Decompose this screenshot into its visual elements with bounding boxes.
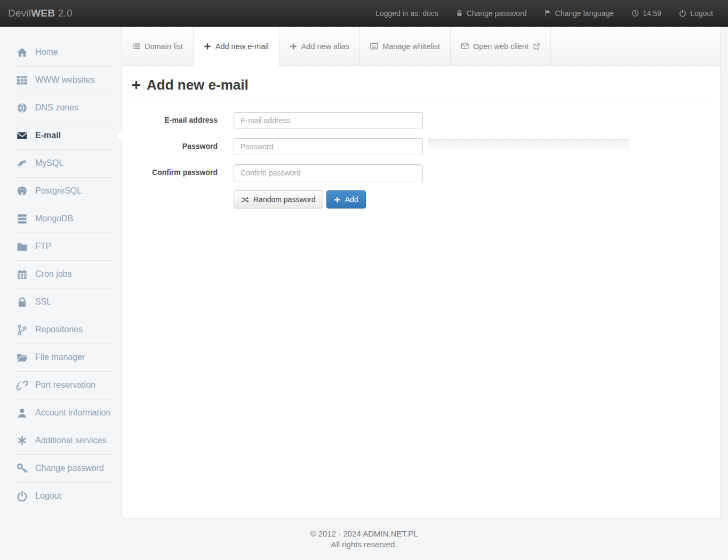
- sidebar-item-postgresql[interactable]: PostgreSQL: [0, 177, 122, 205]
- tab-manage-whitelist[interactable]: Manage whitelist: [360, 27, 451, 66]
- tab-label: Add new alias: [301, 42, 349, 51]
- tab-add-new-alias[interactable]: Add new alias: [279, 27, 360, 66]
- broken-link-icon: [16, 379, 28, 391]
- sidebar-item-label: MongoDB: [35, 214, 73, 223]
- email-label: E-mail address: [131, 112, 234, 124]
- sidebar-item-label: Change password: [35, 463, 104, 473]
- sidebar-item-home[interactable]: Home: [0, 38, 122, 66]
- external-link-icon: [533, 43, 540, 50]
- sidebar-item-email[interactable]: E-mail: [0, 122, 122, 149]
- lock-icon: [456, 10, 463, 17]
- email-row: E-mail address: [131, 112, 711, 129]
- brand-suffix: 2.0: [55, 7, 73, 19]
- sidebar-item-label: Home: [35, 47, 58, 57]
- password-label: Password: [131, 138, 234, 150]
- sidebar-item-label: FTP: [35, 242, 51, 251]
- database-icon: [16, 213, 28, 225]
- sidebar-item-label: Account information: [35, 408, 110, 418]
- sidebar-item-mongodb[interactable]: MongoDB: [0, 205, 122, 233]
- password-strength-bar: [428, 139, 629, 148]
- calendar-icon: [16, 268, 28, 280]
- page: DevilWEB 2.0 Logged in as: docs Change p…: [0, 0, 728, 560]
- brand-logo[interactable]: DevilWEB 2.0: [8, 7, 73, 19]
- add-email-form: E-mail address Password Confirm password: [131, 112, 711, 209]
- add-button[interactable]: Add: [326, 190, 366, 209]
- list-alt-icon: [370, 42, 378, 50]
- plus-icon: [334, 196, 341, 203]
- password-row: Password: [131, 138, 711, 155]
- sidebar: Home WWW websites DNS zones E-mail MySQL: [0, 27, 122, 510]
- content-panel: Domain list Add new e-mail Add new alias…: [122, 27, 721, 518]
- mysql-icon: [16, 157, 28, 169]
- sidebar-item-repositories[interactable]: Repositories: [0, 316, 122, 343]
- sidebar-item-label: SSL: [35, 297, 51, 307]
- flag-icon: [545, 10, 551, 17]
- sidebar-item-port-reservation[interactable]: Port reservation: [0, 371, 122, 399]
- sidebar-item-label: DNS zones: [35, 103, 78, 113]
- sidebar-item-label: MySQL: [35, 158, 63, 168]
- list-icon: [132, 42, 140, 50]
- tab-label: Add new e-mail: [215, 42, 269, 51]
- sidebar-item-label: PostgreSQL: [35, 186, 82, 196]
- clock-icon: [631, 10, 639, 17]
- sidebar-item-additional-services[interactable]: Additional services: [0, 427, 122, 454]
- sidebar-item-label: Repositories: [35, 325, 83, 334]
- navbar-change-password-label: Change password: [467, 9, 527, 18]
- folder-icon: [16, 241, 28, 252]
- confirm-password-input[interactable]: [234, 164, 423, 181]
- email-input[interactable]: [234, 112, 423, 129]
- brand-bold: WEB: [31, 7, 55, 19]
- footer-copyright: © 2012 - 2024 ADMIN.NET.PL: [0, 529, 728, 539]
- navbar-right: Logged in as: docs Change password Chang…: [375, 9, 713, 18]
- sidebar-item-mysql[interactable]: MySQL: [0, 149, 122, 177]
- lock-icon: [16, 296, 28, 308]
- tab-open-web-client[interactable]: Open web client: [451, 27, 551, 66]
- sidebar-item-www-websites[interactable]: WWW websites: [0, 66, 122, 94]
- grid-icon: [16, 74, 28, 86]
- home-icon: [16, 46, 28, 58]
- sidebar-item-label: Logout: [35, 491, 61, 501]
- sidebar-item-file-manager[interactable]: File manager: [0, 343, 122, 371]
- sidebar-item-logout[interactable]: Logout: [0, 482, 122, 510]
- sidebar-item-ssl[interactable]: SSL: [0, 288, 122, 316]
- tab-label: Manage whitelist: [382, 42, 440, 51]
- sidebar-item-change-password[interactable]: Change password: [0, 454, 122, 482]
- navbar-logout[interactable]: Logout: [679, 9, 713, 18]
- navbar-time: 14:59: [643, 9, 661, 18]
- sidebar-item-account-information[interactable]: Account information: [0, 399, 122, 427]
- user-icon: [16, 407, 28, 419]
- navbar-change-language-label: Change language: [555, 9, 614, 18]
- sidebar-item-label: Additional services: [35, 436, 106, 445]
- password-input[interactable]: [234, 138, 423, 155]
- footer-rights: All rights reserved.: [0, 539, 728, 550]
- sidebar-item-label: Port reservation: [35, 380, 95, 390]
- sidebar-item-ftp[interactable]: FTP: [0, 233, 122, 260]
- add-button-label: Add: [345, 195, 358, 204]
- power-icon: [679, 10, 686, 17]
- navbar-change-password[interactable]: Change password: [456, 9, 527, 18]
- asterisk-icon: [16, 435, 28, 446]
- tab-bar: Domain list Add new e-mail Add new alias…: [122, 27, 721, 66]
- power-icon: [16, 490, 28, 502]
- key-icon: [16, 462, 28, 474]
- sidebar-item-cron-jobs[interactable]: Cron jobs: [0, 260, 122, 288]
- tab-add-new-email[interactable]: Add new e-mail: [194, 27, 279, 66]
- footer: © 2012 - 2024 ADMIN.NET.PL All rights re…: [0, 518, 728, 550]
- top-navbar: DevilWEB 2.0 Logged in as: docs Change p…: [0, 0, 728, 27]
- folder-open-icon: [16, 351, 28, 363]
- postgresql-icon: [16, 185, 28, 197]
- envelope-icon: [16, 130, 28, 141]
- body-wrapper: Home WWW websites DNS zones E-mail MySQL: [0, 27, 728, 518]
- sidebar-item-dns-zones[interactable]: DNS zones: [0, 94, 122, 122]
- globe-icon: [16, 102, 28, 114]
- git-branch-icon: [16, 324, 28, 335]
- random-password-button[interactable]: Random password: [234, 190, 323, 209]
- tab-domain-list[interactable]: Domain list: [122, 27, 194, 66]
- navbar-clock: 14:59: [631, 9, 661, 18]
- envelope-outline-icon: [461, 42, 469, 50]
- confirm-password-row: Confirm password: [131, 164, 711, 181]
- sidebar-item-label: WWW websites: [35, 75, 95, 85]
- navbar-logout-label: Logout: [690, 9, 713, 18]
- sidebar-item-label: File manager: [35, 353, 85, 362]
- navbar-change-language[interactable]: Change language: [545, 9, 614, 18]
